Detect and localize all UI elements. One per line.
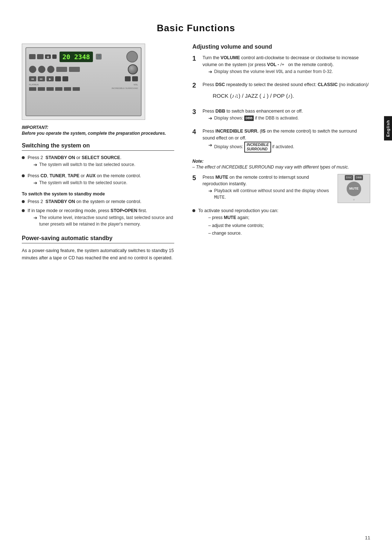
arrow-icon: ➔ [33, 161, 37, 169]
num-label-4: 4 [192, 128, 199, 136]
arrow-text: Playback will continue without sound and… [214, 187, 334, 200]
arrow-item: ➔ Playback will continue without sound a… [208, 187, 334, 200]
list-item: change source. [208, 230, 370, 238]
list-item: Press 2 STANDBY ON on the system or remo… [22, 198, 174, 205]
num-content-5: DSC DBB MUTE ○ Press MUTE on the remote … [203, 174, 370, 203]
arrow-item: ➔ The volume level, interactive sound se… [33, 214, 174, 227]
arrow-item: ➔ The system will switch to the last sel… [33, 161, 174, 169]
music-symbols: ROCK (♪♫) / JAZZ ( ♩ ) / POP (♪). [213, 90, 370, 101]
page-number: 11 [365, 535, 370, 540]
adjusting-heading: Adjusting volume and sound [192, 44, 370, 50]
list-item: Press CD, TUNER, TAPE or AUX on the remo… [22, 173, 174, 188]
arrow-icon: ➔ [208, 115, 212, 122]
bullet-icon [22, 174, 25, 177]
dbb-label: DBB [355, 175, 363, 180]
power-heading: Power-saving automatic standby [22, 235, 174, 243]
bullet-icon [22, 156, 25, 159]
surround-badge: INCREDIBLESURROUND [244, 142, 271, 153]
list-item: Press 2 STANDBY ON or SELECT SOURCE. ➔ T… [22, 154, 174, 170]
bullet-text: If in tape mode or recording mode, press… [28, 207, 174, 229]
activate-list: press MUTE again; adjust the volume cont… [208, 214, 370, 238]
num-content-2: Press DSC repeatedly to select the desir… [203, 81, 370, 104]
right-column: Adjusting volume and sound 1 Turn the VO… [192, 44, 370, 240]
arrow-text: Display shows: DBB if the DBB is activat… [214, 115, 299, 121]
bullet-text: To activate sound reproduction you can: … [198, 207, 370, 238]
arrow-icon: ➔ [33, 179, 37, 187]
dbb-badge: DBB [244, 116, 254, 121]
note-label: Note: [192, 159, 370, 164]
arrow-icon: ➔ [208, 142, 212, 149]
arrow-text: The volume level, interactive sound sett… [39, 214, 174, 227]
dsc-label: DSC [345, 175, 353, 180]
numbered-item-3: 3 Press DBB to switch bass enhancement o… [192, 108, 370, 123]
page-title: Basic Functions [0, 23, 392, 34]
power-text: As a power-saving feature, the system au… [22, 247, 174, 262]
numbered-item-5: 5 DSC DBB MUTE ○ Press MUTE on the remot… [192, 174, 370, 203]
bullet-text: Press 2 STANDBY ON on the system or remo… [28, 198, 174, 205]
arrow-icon: ➔ [208, 187, 212, 195]
note-box: Note: – The effect of INCREDIBLE SURROUN… [192, 159, 370, 170]
num-label-2: 2 [192, 81, 199, 90]
mute-image: DSC DBB MUTE ○ [338, 174, 370, 203]
arrow-item: ➔ The system will switch to the selected… [33, 179, 174, 187]
list-item: press MUTE again; [208, 214, 370, 222]
arrow-icon: ➔ [208, 68, 212, 76]
activate-intro: To activate sound reproduction you can: … [192, 207, 370, 238]
note-text: – The effect of INCREDIBLE SURROUND may … [192, 164, 370, 170]
arrow-text: Display shows: INCREDIBLESURROUND if act… [214, 142, 294, 153]
switching-heading: Switching the system on [22, 142, 174, 151]
bullet-text: Press CD, TUNER, TAPE or AUX on the remo… [28, 173, 174, 188]
numbered-item-4: 4 Press INCREDIBLE SURR. (IS on the remo… [192, 128, 370, 154]
bullet-icon [22, 200, 25, 203]
important-text: Before you operate the system, complete … [22, 130, 174, 137]
numbered-item-2: 2 Press DSC repeatedly to select the des… [192, 81, 370, 104]
left-column: ⏻ 20 2348 🎵 ⏮ ⏭ ▶ [22, 44, 174, 267]
arrow-item: ➔ Display shows: INCREDIBLESURROUND if a… [208, 142, 370, 153]
num-content-3: Press DBB to switch bass enhancement on … [203, 108, 370, 123]
power-section: Power-saving automatic standby As a powe… [22, 235, 174, 262]
bullet-icon [22, 209, 25, 212]
language-tab: English [384, 116, 392, 141]
num-content-1: Turn the VOLUME control anti-clockwise t… [203, 54, 370, 77]
arrow-text: The system will switch to the selected s… [39, 179, 127, 186]
arrow-icon: ➔ [33, 214, 37, 222]
bullet-text: Press 2 STANDBY ON or SELECT SOURCE. ➔ T… [28, 154, 174, 170]
mute-button-icon: MUTE [347, 182, 361, 196]
important-label: IMPORTANT: [22, 125, 174, 130]
arrow-item: ➔ Display shows the volume level VOL and… [208, 68, 370, 76]
list-item: adjust the volume controls; [208, 222, 370, 230]
arrow-item: ➔ Display shows: DBB if the DBB is activ… [208, 115, 370, 122]
device-image: ⏻ 20 2348 🎵 ⏮ ⏭ ▶ [22, 44, 145, 120]
activate-text: To activate sound reproduction you can: [198, 208, 278, 213]
arrow-text: The system will switch to the last selec… [39, 161, 135, 168]
numbered-item-1: 1 Turn the VOLUME control anti-clockwise… [192, 54, 370, 77]
list-item: If in tape mode or recording mode, press… [22, 207, 174, 229]
num-label-5: 5 [192, 174, 199, 182]
num-content-4: Press INCREDIBLE SURR. (IS on the remote… [203, 128, 370, 154]
important-box: IMPORTANT: Before you operate the system… [22, 125, 174, 137]
num-label-3: 3 [192, 108, 199, 116]
bullet-icon [192, 209, 195, 212]
num-label-1: 1 [192, 54, 199, 63]
switching-section: Switching the system on Press 2 STANDBY … [22, 142, 174, 229]
arrow-text: Display shows the volume level VOL and a… [214, 68, 333, 75]
standby-subheading: To switch the system to standby mode [22, 191, 174, 197]
